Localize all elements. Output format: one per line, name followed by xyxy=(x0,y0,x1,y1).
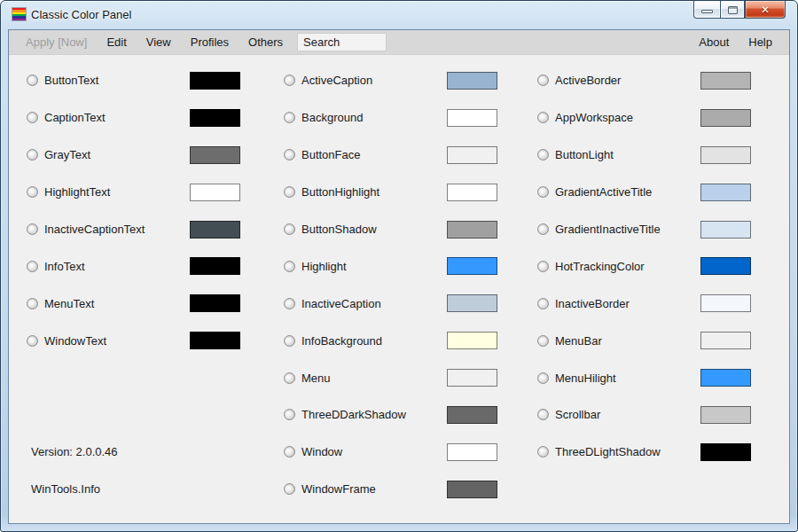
color-swatch-ButtonLight[interactable] xyxy=(700,146,751,164)
radio-ButtonHighlight[interactable] xyxy=(284,186,295,198)
minimize-button[interactable] xyxy=(693,1,720,19)
color-row: InfoBackground xyxy=(284,322,516,359)
color-swatch-Scrollbar[interactable] xyxy=(700,406,751,424)
radio-InactiveBorder[interactable] xyxy=(537,298,549,309)
color-row: Window xyxy=(284,434,516,471)
color-label: ButtonHighlight xyxy=(301,185,379,199)
color-row: ButtonShadow xyxy=(284,211,516,248)
radio-Scrollbar[interactable] xyxy=(537,409,549,420)
color-label: ThreeDLightShadow xyxy=(555,445,661,458)
radio-ActiveCaption[interactable] xyxy=(284,74,295,86)
radio-GradientInactiveTitle[interactable] xyxy=(537,223,549,235)
radio-ButtonFace[interactable] xyxy=(284,149,295,160)
color-swatch-MenuHilight[interactable] xyxy=(700,369,751,387)
radio-InfoText[interactable] xyxy=(27,261,38,272)
radio-Highlight[interactable] xyxy=(284,261,295,272)
color-row: ButtonFace xyxy=(284,137,516,174)
color-swatch-ActiveBorder[interactable] xyxy=(700,72,751,90)
color-label: Menu xyxy=(301,372,331,385)
radio-ButtonLight[interactable] xyxy=(537,149,549,160)
window-controls: ✕ xyxy=(693,1,786,19)
radio-HighlightText[interactable] xyxy=(27,186,38,198)
menu-item-profiles[interactable]: Profiles xyxy=(181,30,239,54)
radio-ThreeDDarkShadow[interactable] xyxy=(284,409,295,420)
radio-CaptionText[interactable] xyxy=(27,112,38,123)
radio-ButtonText[interactable] xyxy=(27,74,38,86)
color-swatch-HotTrackingColor[interactable] xyxy=(700,257,751,275)
color-swatch-MenuBar[interactable] xyxy=(700,332,751,349)
radio-MenuBar[interactable] xyxy=(537,335,549,347)
color-row: ThreeDLightShadow xyxy=(537,434,770,471)
radio-WindowText[interactable] xyxy=(27,335,38,347)
color-row: Scrollbar xyxy=(537,396,770,434)
color-swatch-InfoText[interactable] xyxy=(190,257,240,275)
color-swatch-InactiveCaption[interactable] xyxy=(447,294,497,312)
radio-ThreeDLightShadow[interactable] xyxy=(537,446,549,458)
radio-MenuHilight[interactable] xyxy=(537,372,549,384)
color-row: Menu xyxy=(284,359,516,396)
color-swatch-ThreeDDarkShadow[interactable] xyxy=(447,406,497,424)
color-swatch-WindowFrame[interactable] xyxy=(447,481,497,498)
close-button[interactable]: ✕ xyxy=(745,1,786,19)
color-swatch-InactiveCaptionText[interactable] xyxy=(190,221,240,239)
radio-GradientActiveTitle[interactable] xyxy=(537,186,549,198)
radio-InactiveCaptionText[interactable] xyxy=(27,223,38,235)
color-swatch-Highlight[interactable] xyxy=(447,257,497,275)
color-swatch-ActiveCaption[interactable] xyxy=(447,72,497,90)
color-row: ButtonText xyxy=(27,62,259,99)
color-swatch-AppWorkspace[interactable] xyxy=(700,109,751,127)
radio-InactiveCaption[interactable] xyxy=(284,298,295,309)
website-label[interactable]: WinTools.Info xyxy=(31,482,100,496)
color-row: ButtonLight xyxy=(537,137,770,174)
color-row: InfoText xyxy=(27,247,259,285)
radio-HotTrackingColor[interactable] xyxy=(537,261,549,272)
radio-Window[interactable] xyxy=(284,446,295,458)
close-icon: ✕ xyxy=(761,2,770,18)
color-swatch-MenuText[interactable] xyxy=(190,294,240,312)
radio-Menu[interactable] xyxy=(284,372,295,384)
radio-ActiveBorder[interactable] xyxy=(537,74,549,86)
color-swatch-ThreeDLightShadow[interactable] xyxy=(700,443,751,461)
radio-MenuText[interactable] xyxy=(27,298,38,309)
color-swatch-Window[interactable] xyxy=(447,443,497,461)
color-column-3: ActiveBorder AppWorkspace ButtonLight Gr… xyxy=(537,62,770,471)
menu-item-view[interactable]: View xyxy=(137,30,181,54)
color-swatch-HighlightText[interactable] xyxy=(190,184,240,201)
color-row: GradientInactiveTitle xyxy=(537,211,770,248)
color-column-1: ButtonText CaptionText GrayText Highligh… xyxy=(27,62,259,359)
radio-ButtonShadow[interactable] xyxy=(284,223,295,235)
color-swatch-InfoBackground[interactable] xyxy=(447,332,497,349)
color-swatch-ButtonHighlight[interactable] xyxy=(447,184,497,201)
color-label: Background xyxy=(301,111,363,124)
color-row: CaptionText xyxy=(27,99,259,137)
radio-WindowFrame[interactable] xyxy=(284,483,295,495)
color-label: MenuHilight xyxy=(555,372,616,385)
color-swatch-GradientActiveTitle[interactable] xyxy=(700,184,751,201)
menu-item-help[interactable]: Help xyxy=(739,30,782,54)
menu-item-about[interactable]: About xyxy=(689,30,739,54)
color-swatch-Background[interactable] xyxy=(447,109,497,127)
color-row: MenuBar xyxy=(537,322,770,359)
radio-Background[interactable] xyxy=(284,112,295,123)
title-bar[interactable]: Classic Color Panel xyxy=(1,1,797,29)
color-swatch-WindowText[interactable] xyxy=(190,332,240,349)
color-swatch-CaptionText[interactable] xyxy=(190,109,240,127)
menu-item-apply-now[interactable]: Apply [Now] xyxy=(16,30,97,54)
color-swatch-InactiveBorder[interactable] xyxy=(700,294,751,312)
color-label: ButtonShadow xyxy=(301,223,377,236)
menu-item-edit[interactable]: Edit xyxy=(97,30,136,54)
search-input[interactable] xyxy=(297,33,387,51)
menu-item-others[interactable]: Others xyxy=(239,30,293,54)
color-swatch-ButtonFace[interactable] xyxy=(447,146,497,164)
radio-GrayText[interactable] xyxy=(27,149,38,160)
color-swatch-GradientInactiveTitle[interactable] xyxy=(700,221,751,239)
color-swatch-GrayText[interactable] xyxy=(190,146,240,164)
radio-AppWorkspace[interactable] xyxy=(537,112,549,123)
color-swatch-ButtonText[interactable] xyxy=(190,72,240,90)
color-swatch-ButtonShadow[interactable] xyxy=(447,221,497,239)
maximize-button[interactable] xyxy=(720,1,745,19)
color-row: Highlight xyxy=(284,247,516,285)
color-row: InactiveBorder xyxy=(537,285,770,322)
radio-InfoBackground[interactable] xyxy=(284,335,295,347)
color-swatch-Menu[interactable] xyxy=(447,369,497,387)
